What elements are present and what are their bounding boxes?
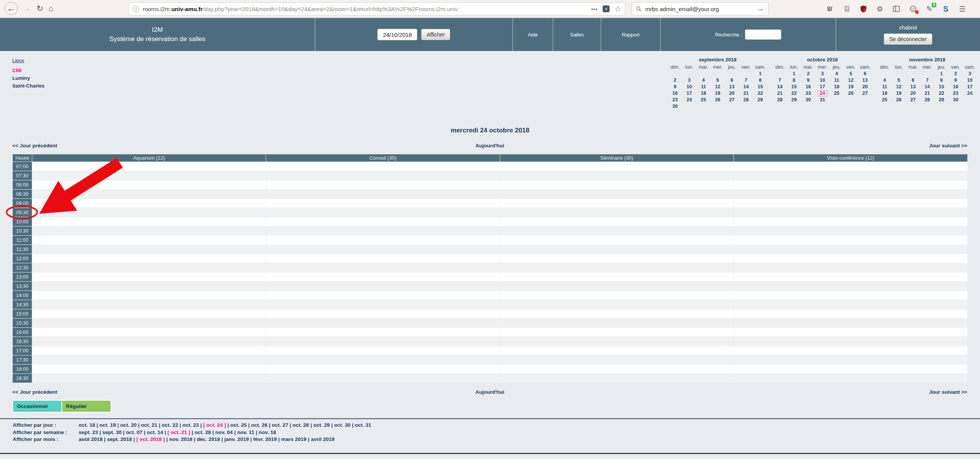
calendar-day[interactable]: 21 [739, 90, 753, 96]
calendar-day[interactable]: 19 [711, 90, 725, 96]
booking-slot-cell[interactable] [734, 254, 967, 263]
booking-slot-cell[interactable] [500, 263, 734, 272]
calendar-day[interactable]: 24 [963, 90, 977, 96]
split-panes-icon[interactable] [892, 5, 901, 13]
calendar-day[interactable]: 26 [844, 90, 858, 96]
calendar-day[interactable]: 29 [753, 96, 767, 103]
place-link[interactable]: CMI [12, 67, 45, 74]
booking-slot-cell[interactable] [734, 282, 967, 291]
booking-slot-cell[interactable] [32, 171, 266, 180]
calendar-day[interactable]: 20 [858, 83, 872, 90]
calendar-day[interactable]: 22 [753, 90, 767, 96]
calendar-day[interactable]: 14 [773, 83, 787, 90]
booking-slot-cell[interactable] [734, 162, 967, 171]
calendar-day[interactable]: 11 [878, 83, 892, 90]
calendar-day[interactable]: 27 [725, 96, 739, 103]
calendar-day[interactable]: 8 [787, 77, 801, 83]
booking-slot-cell[interactable] [500, 217, 734, 226]
home-icon[interactable]: ⌂ [49, 2, 54, 15]
calendar-day[interactable]: 16 [801, 83, 815, 90]
nav-link-salles[interactable]: Salles [553, 18, 601, 51]
nav-link-rapport[interactable]: Rapport [601, 18, 660, 51]
calendar-day[interactable]: 13 [725, 83, 739, 90]
calendar-day[interactable]: 5 [892, 77, 906, 83]
calendar-day[interactable]: 12 [844, 77, 858, 83]
footer-date-link[interactable]: oct. 23 [182, 422, 199, 428]
calendar-day[interactable]: 10 [815, 77, 830, 83]
calendar-day[interactable]: 22 [787, 90, 801, 96]
booking-slot-cell[interactable] [734, 226, 967, 235]
calendar-day[interactable]: 30 [668, 103, 682, 109]
booking-slot-cell[interactable] [734, 272, 967, 281]
pocket-icon[interactable]: ∨ [603, 5, 610, 12]
booking-slot-cell[interactable] [500, 245, 734, 254]
booking-slot-cell[interactable] [266, 328, 499, 337]
booking-slot-cell[interactable] [266, 190, 499, 198]
booking-slot-cell[interactable] [734, 171, 967, 180]
calendar-day[interactable]: 13 [906, 83, 920, 90]
footer-date-link[interactable]: oct. 19 [99, 422, 116, 428]
footer-date-link[interactable]: nov. 11 [237, 429, 255, 435]
prev-day-link-top[interactable]: << Jour précédent [12, 143, 57, 149]
booking-slot-cell[interactable] [266, 300, 499, 309]
footer-date-link[interactable]: oct. 22 [162, 422, 178, 428]
calendar-day[interactable]: 9 [801, 77, 815, 83]
calendar-day[interactable]: 25 [830, 90, 844, 96]
calendar-day[interactable]: 8 [753, 77, 767, 83]
privacy-mask-icon[interactable] [909, 5, 917, 13]
footer-date-link[interactable]: oct. 31 [355, 422, 371, 428]
calendar-day[interactable]: 18 [696, 90, 711, 96]
share-extension-icon[interactable]: S [942, 5, 950, 13]
footer-date-link[interactable]: nov. 18 [259, 429, 276, 435]
calendar-day[interactable]: 1 [753, 70, 767, 77]
calendar-day[interactable]: 28 [920, 96, 934, 103]
booking-slot-cell[interactable] [32, 199, 266, 208]
booking-slot-cell[interactable] [266, 374, 499, 383]
booking-slot-cell[interactable] [266, 272, 499, 281]
calendar-day[interactable]: 22 [934, 90, 949, 96]
booking-slot-cell[interactable] [500, 309, 734, 318]
goto-date-input[interactable]: 24/10/2018 [377, 29, 417, 40]
calendar-day[interactable]: 16 [949, 83, 963, 90]
calendar-day[interactable]: 8 [934, 77, 949, 83]
calendar-day[interactable]: 6 [725, 77, 739, 83]
place-link[interactable]: Luminy [12, 74, 45, 82]
calendar-day[interactable]: 3 [815, 70, 830, 77]
calendar-day[interactable]: 18 [830, 83, 844, 90]
booking-slot-cell[interactable] [32, 319, 266, 327]
calendar-day[interactable]: 25 [696, 96, 711, 103]
booking-slot-cell[interactable] [266, 365, 499, 373]
booking-slot-cell[interactable] [734, 217, 967, 226]
footer-date-link[interactable]: oct. 21 [141, 422, 157, 428]
calendar-day[interactable]: 2 [668, 77, 682, 83]
page-actions-icon[interactable]: ••• [591, 6, 598, 12]
footer-date-link[interactable]: oct. 07 [126, 429, 142, 435]
footer-date-link[interactable]: sept. 30 [102, 429, 122, 435]
booking-slot-cell[interactable] [734, 319, 967, 327]
booking-slot-cell[interactable] [734, 309, 967, 318]
calendar-day[interactable]: 14 [920, 83, 934, 90]
footer-date-link[interactable]: oct. 25 [230, 422, 247, 428]
calendar-day[interactable]: 20 [906, 90, 920, 96]
booking-slot-cell[interactable] [500, 254, 734, 263]
booking-slot-cell[interactable] [500, 374, 734, 383]
calendar-day[interactable]: 10 [682, 83, 696, 90]
booking-slot-cell[interactable] [500, 319, 734, 327]
calendar-day[interactable]: 30 [801, 96, 815, 103]
booking-slot-cell[interactable] [500, 180, 734, 189]
booking-slot-cell[interactable] [500, 291, 734, 300]
hamburger-menu-icon[interactable]: ☰ [958, 5, 967, 13]
booking-slot-cell[interactable] [32, 208, 266, 217]
calendar-day[interactable]: 26 [711, 96, 725, 103]
calendar-day[interactable]: 7 [773, 77, 787, 83]
footer-date-link[interactable]: nov. 2018 [169, 436, 193, 442]
booking-slot-cell[interactable] [32, 180, 266, 189]
calendar-day[interactable]: 21 [920, 90, 934, 96]
calendar-day[interactable]: 3 [963, 70, 977, 77]
calendar-day[interactable]: 12 [711, 83, 725, 90]
booking-slot-cell[interactable] [266, 319, 499, 327]
booking-slot-cell[interactable] [32, 328, 266, 337]
reload-icon[interactable]: ↻ [36, 2, 43, 15]
booking-slot-cell[interactable] [32, 365, 266, 373]
booking-slot-cell[interactable] [32, 236, 266, 244]
